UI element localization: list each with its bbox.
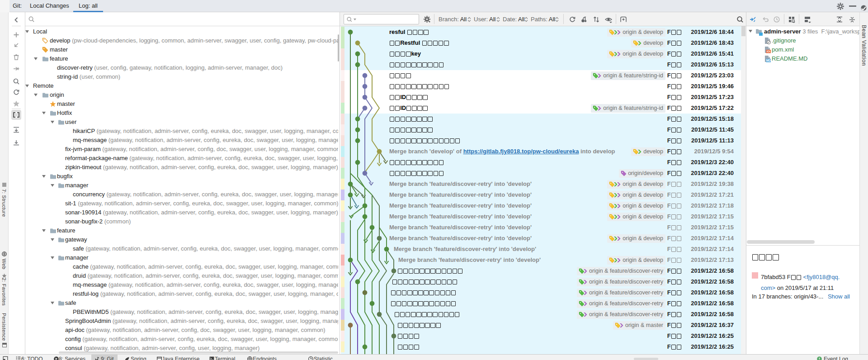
svg-text:<>: <> <box>767 50 770 53</box>
svg-text:MD: MD <box>766 59 771 62</box>
